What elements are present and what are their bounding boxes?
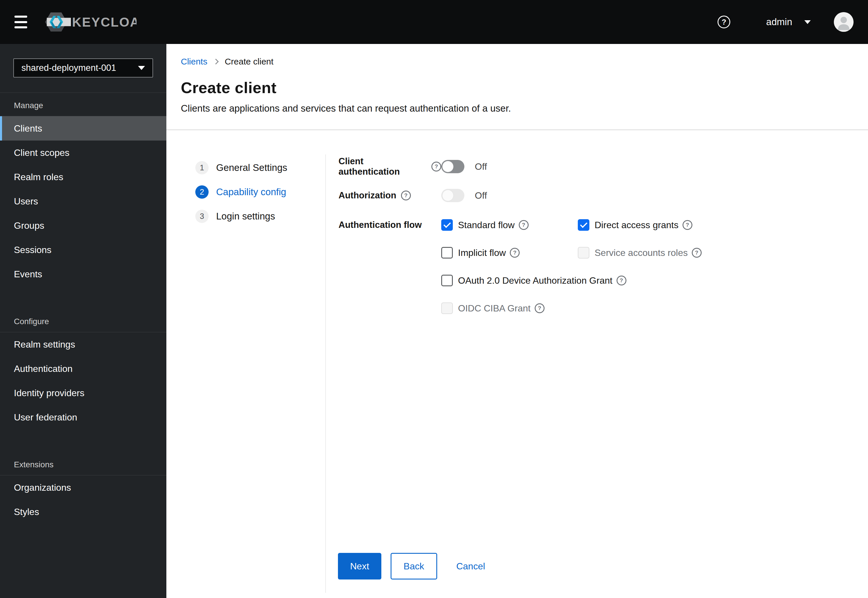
keycloak-admin-console: KEYCLOAK admin shared-deployment-001 <box>0 0 868 598</box>
breadcrumb: Clients Create client <box>181 57 851 67</box>
toggle-knob <box>442 161 453 172</box>
form-row-authentication-flow: Authentication flow Standard flow <box>338 216 868 327</box>
page-title: Create client <box>181 79 851 97</box>
field-label-text: Authentication flow <box>338 220 422 230</box>
field-label-text: Client authentication <box>338 156 427 177</box>
sidebar-item-groups[interactable]: Groups <box>0 214 166 238</box>
step-number: 1 <box>195 161 209 174</box>
back-button[interactable]: Back <box>391 553 437 580</box>
help-icon[interactable] <box>401 191 411 200</box>
sidebar-item-events[interactable]: Events <box>0 262 166 286</box>
checkbox-unchecked-icon[interactable] <box>441 247 453 259</box>
authorization-label: Authorization <box>338 190 441 201</box>
checkbox-disabled-icon <box>578 247 590 259</box>
checkbox-disabled-icon <box>441 302 453 314</box>
wizard-step-general-settings[interactable]: 1 General Settings <box>195 155 325 180</box>
step-label: Login settings <box>216 211 275 222</box>
wizard-nav: 1 General Settings 2 Capability config 3… <box>166 154 326 593</box>
main-content: Clients Create client Create client Clie… <box>166 44 868 598</box>
avatar[interactable] <box>834 12 853 32</box>
wizard-step-capability-config[interactable]: 2 Capability config <box>195 180 325 204</box>
flow-row-2: Implicit flow Service accounts roles <box>441 244 702 262</box>
sidebar-nav: Manage Clients Client scopes Realm roles… <box>0 93 166 524</box>
next-button[interactable]: Next <box>338 553 381 580</box>
step-number: 2 <box>195 185 209 199</box>
client-authentication-label: Client authentication <box>338 156 441 177</box>
caret-down-icon <box>138 66 145 70</box>
nav-section-title: Configure <box>0 309 166 332</box>
page-subtitle: Clients are applications and services th… <box>181 103 851 114</box>
checkbox-direct-access-grants[interactable]: Direct access grants <box>578 219 692 231</box>
checkbox-label: Standard flow <box>458 220 515 230</box>
capability-config-form: Client authentication Off Authorization … <box>326 130 868 597</box>
sidebar-item-client-scopes[interactable]: Client scopes <box>0 141 166 165</box>
sidebar-item-clients[interactable]: Clients <box>0 116 166 141</box>
top-bar: KEYCLOAK admin <box>0 0 868 44</box>
sidebar-item-users[interactable]: Users <box>0 189 166 214</box>
help-icon[interactable] <box>692 248 702 258</box>
authorization-toggle <box>441 189 464 202</box>
authentication-flow-label: Authentication flow <box>338 216 441 234</box>
toggle-knob <box>442 190 453 201</box>
checkbox-oauth-device-authorization-grant[interactable]: OAuth 2.0 Device Authorization Grant <box>441 275 626 286</box>
form-row-client-authentication: Client authentication Off <box>338 156 868 177</box>
field-label-text: Authorization <box>338 190 397 201</box>
sidebar-item-sessions[interactable]: Sessions <box>0 238 166 262</box>
username: admin <box>766 16 792 27</box>
nav-section-title: Manage <box>0 93 166 116</box>
user-silhouette-icon <box>834 12 853 32</box>
realm-name: shared-deployment-001 <box>21 63 116 73</box>
sidebar-item-realm-roles[interactable]: Realm roles <box>0 165 166 189</box>
checkbox-label: Direct access grants <box>594 220 678 230</box>
help-icon[interactable] <box>510 248 520 258</box>
sidebar-item-styles[interactable]: Styles <box>0 500 166 524</box>
keycloak-logo: KEYCLOAK <box>44 10 136 34</box>
sidebar-item-user-federation[interactable]: User federation <box>0 405 166 429</box>
help-icon[interactable] <box>617 275 626 286</box>
client-authentication-toggle[interactable] <box>441 160 464 173</box>
help-icon[interactable] <box>682 220 692 230</box>
toggle-state-label: Off <box>475 161 487 172</box>
keycloak-logo-icon: KEYCLOAK <box>44 10 136 34</box>
flow-row-1: Standard flow Direct access grants <box>441 216 702 234</box>
realm-selector[interactable]: shared-deployment-001 <box>13 58 153 78</box>
checkbox-label: OAuth 2.0 Device Authorization Grant <box>458 275 612 286</box>
top-bar-right: admin <box>718 12 853 32</box>
nav-section-extensions: Extensions Organizations Styles <box>0 452 166 524</box>
sidebar-item-realm-settings[interactable]: Realm settings <box>0 332 166 357</box>
help-icon[interactable] <box>431 161 441 172</box>
nav-section-title: Extensions <box>0 452 166 475</box>
help-icon[interactable] <box>519 220 528 230</box>
flow-row-4: OIDC CIBA Grant <box>441 300 702 317</box>
page-header: Clients Create client Create client Clie… <box>166 44 868 130</box>
help-icon[interactable] <box>535 303 545 313</box>
chevron-right-icon <box>213 59 219 64</box>
help-icon[interactable] <box>718 16 730 28</box>
brand-wordmark: KEYCLOAK <box>72 15 136 29</box>
sidebar-item-organizations[interactable]: Organizations <box>0 475 166 500</box>
user-menu[interactable]: admin <box>766 16 811 27</box>
toggle-state-label: Off <box>475 190 487 201</box>
nav-section-manage: Manage Clients Client scopes Realm roles… <box>0 93 166 286</box>
nav-section-configure: Configure Realm settings Authentication … <box>0 309 166 429</box>
page-body: shared-deployment-001 Manage Clients Cli… <box>0 44 868 598</box>
checkbox-label: OIDC CIBA Grant <box>458 303 531 314</box>
checkbox-checked-icon[interactable] <box>441 219 453 231</box>
wizard-step-login-settings[interactable]: 3 Login settings <box>195 204 325 229</box>
wizard-actions: Next Back Cancel <box>338 553 494 580</box>
step-label: Capability config <box>216 187 286 197</box>
sidebar-item-authentication[interactable]: Authentication <box>0 357 166 381</box>
checkbox-service-accounts-roles: Service accounts roles <box>578 247 702 259</box>
breadcrumb-current: Create client <box>225 57 274 67</box>
checkbox-implicit-flow[interactable]: Implicit flow <box>441 247 578 259</box>
cancel-button[interactable]: Cancel <box>447 553 494 580</box>
breadcrumb-link-clients[interactable]: Clients <box>181 57 208 67</box>
checkbox-label: Implicit flow <box>458 248 506 258</box>
caret-down-icon <box>804 20 811 24</box>
checkbox-unchecked-icon[interactable] <box>441 275 453 286</box>
sidebar: shared-deployment-001 Manage Clients Cli… <box>0 44 166 598</box>
checkbox-standard-flow[interactable]: Standard flow <box>441 219 578 231</box>
checkbox-checked-icon[interactable] <box>578 219 590 231</box>
hamburger-menu-icon[interactable] <box>15 16 27 28</box>
sidebar-item-identity-providers[interactable]: Identity providers <box>0 381 166 405</box>
